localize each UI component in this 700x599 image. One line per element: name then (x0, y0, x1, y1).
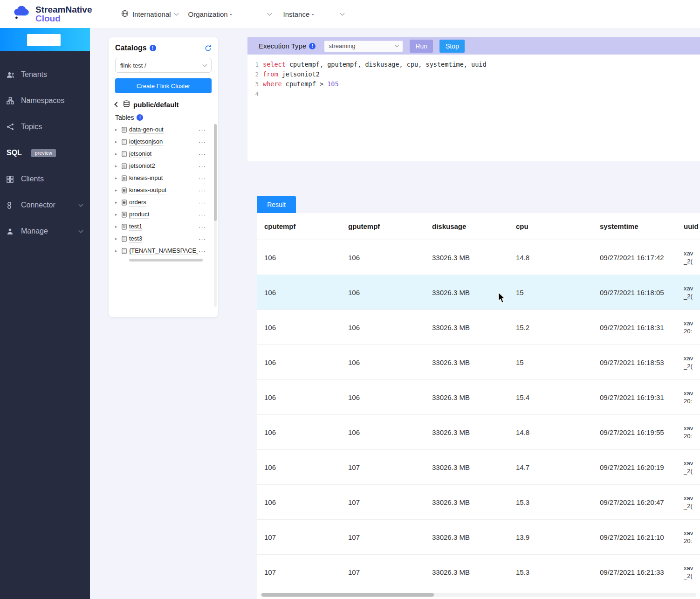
table-list-item[interactable]: ▸jetsoniot2··· (115, 160, 212, 172)
table-row[interactable]: 10610633026.3 MB15.209/27/2021 16:18:31x… (257, 310, 700, 344)
create-flink-cluster-button[interactable]: Create Flink Cluster (115, 78, 212, 93)
more-actions-icon[interactable]: ··· (199, 138, 212, 145)
sql-editor[interactable]: 1select cputempf, gputempf, diskusage, c… (247, 55, 700, 99)
table-list-item[interactable]: ▸{TENANT_NAMESPACE_T··· (115, 245, 212, 257)
tables-label-row: Tables ! (115, 114, 212, 121)
expand-caret-icon[interactable]: ▸ (115, 139, 121, 144)
more-actions-icon[interactable]: ··· (199, 187, 212, 194)
expand-caret-icon[interactable]: ▸ (115, 200, 121, 205)
sidebar-item-label: Topics (21, 123, 42, 131)
sidebar-item-tenants[interactable]: Tenants (0, 62, 90, 88)
table-list-item[interactable]: ▸data-gen-out··· (115, 124, 212, 136)
table-list-item[interactable]: ▸kinesis-output··· (115, 184, 212, 196)
code-line[interactable]: 3where cputempf > 105 (251, 79, 700, 89)
code-line[interactable]: 1select cputempf, gputempf, diskusage, c… (251, 60, 700, 69)
sidebar-item-namespaces[interactable]: Namespaces (0, 88, 90, 114)
expand-caret-icon[interactable]: ▸ (115, 127, 121, 132)
table-icon (122, 248, 127, 254)
more-actions-icon[interactable]: ··· (199, 248, 212, 255)
result-horizontal-scrollbar[interactable] (261, 593, 696, 597)
expand-caret-icon[interactable]: ▸ (115, 151, 121, 156)
code-line[interactable]: 4 (251, 89, 700, 99)
column-header-cputempf: cputempf (264, 222, 348, 230)
refresh-icon[interactable] (205, 45, 212, 52)
sidebar-item-sql[interactable]: SQLpreview (0, 140, 90, 166)
sidebar-item-clients[interactable]: Clients (0, 166, 90, 192)
tab-result[interactable]: Result (257, 196, 296, 213)
expand-caret-icon[interactable]: ▸ (115, 176, 121, 180)
brand-logo[interactable]: StreamNative Cloud (0, 5, 108, 23)
cell-uuid: xav_2( (684, 249, 700, 265)
table-list-item[interactable]: ▸jetsoniot··· (115, 148, 212, 160)
table-list-item[interactable]: ▸product··· (115, 208, 212, 220)
table-row[interactable]: 10710733026.3 MB13.909/27/2021 16:21:10x… (257, 519, 700, 554)
tables-list: ▸data-gen-out···▸iotjetsonjson···▸jetson… (115, 124, 212, 257)
table-name: data-gen-out (129, 126, 164, 134)
sidebar-item-topics[interactable]: Topics (0, 114, 90, 140)
sidebar-item-connector[interactable]: Connector (0, 192, 90, 218)
stop-button[interactable]: Stop (439, 40, 465, 53)
sidebar-item-manage[interactable]: Manage (0, 218, 90, 244)
expand-caret-icon[interactable]: ▸ (115, 212, 121, 217)
organization-selector[interactable]: Organization - (188, 10, 271, 18)
table-row[interactable]: 10610633026.3 MB15.409/27/2021 16:19:31x… (257, 379, 700, 414)
sidebar-nav: TenantsNamespacesTopicsSQLpreviewClients… (0, 51, 90, 244)
tables-horizontal-scrollbar[interactable] (129, 259, 203, 262)
table-list-item[interactable]: ▸test1··· (115, 220, 212, 233)
cell-diskusage: 33026.3 MB (432, 254, 516, 262)
scrollbar-thumb[interactable] (214, 124, 217, 221)
cell-systemtime: 09/27/2021 16:17:42 (600, 254, 684, 262)
more-actions-icon[interactable]: ··· (199, 235, 212, 242)
table-icon (122, 175, 127, 181)
expand-caret-icon[interactable]: ▸ (115, 236, 121, 241)
table-list-item[interactable]: ▸kinesis-input··· (115, 172, 212, 184)
cell-cputempf: 106 (264, 358, 348, 366)
cell-cpu: 15 (516, 289, 600, 296)
tenants-icon (7, 71, 16, 78)
table-list-item[interactable]: ▸test3··· (115, 233, 212, 245)
cell-systemtime: 09/27/2021 16:19:55 (600, 428, 684, 436)
scrollbar-thumb[interactable] (261, 593, 434, 597)
expand-caret-icon[interactable]: ▸ (115, 164, 121, 168)
expand-caret-icon[interactable]: ▸ (115, 248, 121, 253)
more-actions-icon[interactable]: ··· (199, 211, 212, 218)
more-actions-icon[interactable]: ··· (199, 126, 212, 133)
table-row[interactable]: 10610633026.3 MB14.809/27/2021 16:17:42x… (257, 240, 700, 275)
instance-label: Instance - (283, 10, 314, 18)
info-icon[interactable]: ! (150, 45, 156, 51)
more-actions-icon[interactable]: ··· (199, 199, 212, 206)
table-list-item[interactable]: ▸iotjetsonjson··· (115, 136, 212, 148)
catalog-select[interactable]: flink-test / (115, 58, 212, 73)
table-row[interactable]: 10610733026.3 MB15.309/27/2021 16:20:47x… (257, 484, 700, 519)
table-list-item[interactable]: ▸orders··· (115, 196, 212, 208)
table-row[interactable]: 10610633026.3 MB1509/27/2021 16:18:53xav… (257, 344, 700, 379)
back-chevron-icon[interactable] (114, 102, 119, 107)
table-row[interactable]: 10710733026.3 MB15.309/27/2021 16:21:33x… (257, 554, 700, 589)
cell-cputempf: 106 (264, 393, 348, 401)
breadcrumb: public/default (133, 101, 179, 109)
more-actions-icon[interactable]: ··· (199, 223, 212, 230)
table-row[interactable]: 10610633026.3 MB14.809/27/2021 16:19:55x… (257, 414, 700, 449)
info-icon[interactable]: ! (137, 114, 143, 121)
info-icon[interactable]: ! (309, 43, 316, 49)
table-icon (122, 224, 127, 230)
run-button[interactable]: Run (410, 40, 433, 53)
logo-placeholder (27, 34, 61, 46)
expand-caret-icon[interactable]: ▸ (115, 188, 121, 193)
cell-diskusage: 33026.3 MB (432, 289, 516, 296)
cell-diskusage: 33026.3 MB (432, 393, 516, 401)
more-actions-icon[interactable]: ··· (199, 151, 212, 158)
cell-systemtime: 09/27/2021 16:20:19 (600, 463, 684, 471)
more-actions-icon[interactable]: ··· (199, 163, 212, 170)
region-selector[interactable]: International (121, 10, 178, 19)
more-actions-icon[interactable]: ··· (199, 175, 212, 182)
code-line[interactable]: 2from jetsoniot2 (251, 69, 700, 79)
table-row[interactable]: 10610633026.3 MB1509/27/2021 16:18:05xav… (257, 275, 700, 310)
table-row[interactable]: 10610733026.3 MB14.709/27/2021 16:20:19x… (257, 449, 700, 484)
tables-vertical-scrollbar[interactable] (214, 124, 217, 307)
result-table-body: 10610633026.3 MB14.809/27/2021 16:17:42x… (257, 240, 700, 589)
expand-caret-icon[interactable]: ▸ (115, 224, 121, 229)
cell-uuid: xav_2( (684, 459, 700, 475)
execution-type-select[interactable]: streaming (324, 40, 403, 52)
instance-selector[interactable]: Instance - (283, 10, 344, 18)
